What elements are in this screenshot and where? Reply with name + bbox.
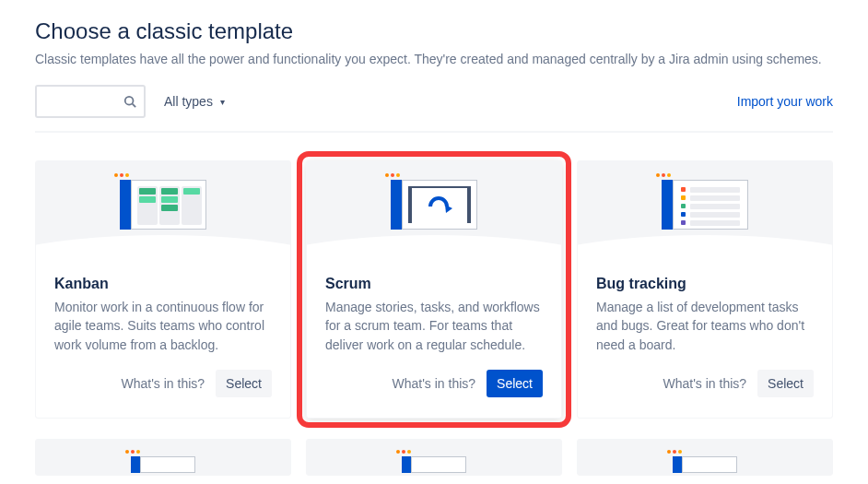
template-card-partial (35, 439, 291, 476)
template-card-kanban: Kanban Monitor work in a continuous flow… (35, 160, 291, 419)
template-card-partial (306, 439, 562, 476)
card-title: Bug tracking (596, 276, 814, 292)
card-description: Manage a list of development tasks and b… (596, 298, 814, 355)
toolbar: All types ▾ Import your work (35, 85, 833, 133)
template-card-partial (577, 439, 833, 476)
card-description: Manage stories, tasks, and workflows for… (325, 298, 543, 355)
svg-line-1 (133, 104, 136, 108)
template-card-scrum: Scrum Manage stories, tasks, and workflo… (306, 160, 562, 419)
template-cards-row2 (35, 439, 833, 476)
card-illustration (578, 161, 832, 263)
search-field[interactable] (35, 85, 146, 118)
card-title: Scrum (325, 276, 543, 292)
dropdown-label: All types (164, 94, 213, 109)
select-button[interactable]: Select (487, 370, 543, 397)
page-subtitle: Classic templates have all the power and… (35, 52, 833, 66)
card-description: Monitor work in a continuous flow for ag… (54, 298, 272, 355)
select-button[interactable]: Select (757, 370, 814, 397)
whats-in-this-link[interactable]: What's in this? (392, 376, 475, 391)
card-illustration (307, 161, 561, 263)
template-card-bug-tracking: Bug tracking Manage a list of developmen… (577, 160, 833, 419)
sprint-icon (412, 188, 467, 223)
svg-point-0 (125, 97, 134, 105)
template-cards: Kanban Monitor work in a continuous flow… (35, 160, 833, 419)
search-icon (123, 95, 136, 108)
import-link[interactable]: Import your work (737, 94, 833, 109)
card-illustration (36, 161, 290, 263)
select-button[interactable]: Select (216, 370, 272, 397)
card-title: Kanban (54, 276, 272, 292)
whats-in-this-link[interactable]: What's in this? (663, 376, 746, 391)
page-title: Choose a classic template (35, 18, 833, 44)
whats-in-this-link[interactable]: What's in this? (121, 376, 205, 391)
type-filter-dropdown[interactable]: All types ▾ (162, 89, 227, 114)
chevron-down-icon: ▾ (220, 97, 225, 107)
